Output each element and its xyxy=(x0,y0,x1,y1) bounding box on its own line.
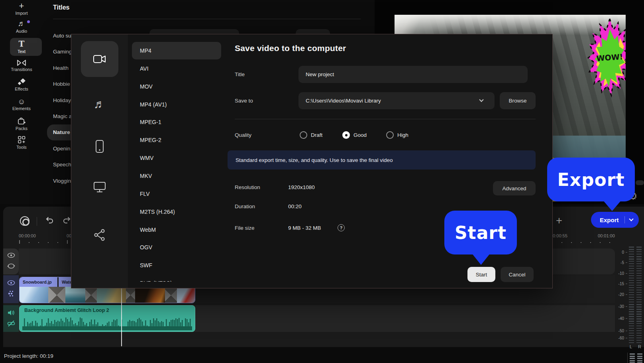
packs-bag-icon xyxy=(0,117,43,125)
format-option[interactable]: SWF xyxy=(132,256,221,274)
tv-icon[interactable] xyxy=(93,182,106,193)
divider xyxy=(627,353,628,363)
format-option[interactable]: DVD (NTSC) xyxy=(132,274,221,282)
record-icon[interactable] xyxy=(20,216,29,226)
notification-dot xyxy=(27,20,30,23)
tools-sidebar: + Import ♬ Audio T Text Transitions Effe… xyxy=(0,0,43,204)
format-option[interactable]: MPEG-1 xyxy=(132,113,221,131)
transition-icon[interactable] xyxy=(85,287,97,303)
text-icon: T xyxy=(0,40,43,48)
titles-category-nature[interactable]: Nature xyxy=(47,124,71,140)
panel-title: Titles xyxy=(53,4,70,11)
eye-icon[interactable] xyxy=(7,253,15,258)
project-length-status: Project length: 00:19 xyxy=(4,353,53,359)
app-window: WOW! ⚙ + Import ♬ Audio T Text Transitio xyxy=(0,0,644,363)
add-track-plus-icon[interactable]: + xyxy=(556,215,562,227)
export-target-rail: ♬ xyxy=(71,34,128,288)
sidebar-item-transitions[interactable]: Transitions xyxy=(0,59,43,72)
help-icon[interactable]: ? xyxy=(338,224,345,231)
resolution-value: 1920x1080 xyxy=(288,184,315,190)
format-option[interactable]: M2TS (H.264) xyxy=(132,203,221,221)
advanced-button[interactable]: Advanced xyxy=(493,181,536,195)
quality-label: Quality xyxy=(235,132,251,138)
meter-scale-label: -30 xyxy=(612,304,624,309)
sidebar-item-elements[interactable]: ☺ Elements xyxy=(0,98,43,111)
sidebar-item-packs[interactable]: Packs xyxy=(0,117,43,131)
titles-category-auto-su[interactable]: Auto su xyxy=(47,28,71,44)
cancel-button[interactable]: Cancel xyxy=(501,267,534,282)
sidebar-item-text[interactable]: T Text xyxy=(0,40,43,54)
ruler-timestamp: 00:00:55 xyxy=(550,233,567,238)
titles-category-openin[interactable]: Openin xyxy=(47,141,71,157)
format-option[interactable]: MKV xyxy=(132,167,221,185)
transition-icon[interactable] xyxy=(126,287,135,303)
eye-icon[interactable] xyxy=(7,280,15,286)
meter-scale-label: 0 xyxy=(612,250,624,254)
radio-draft[interactable] xyxy=(300,131,307,139)
unlink-icon[interactable] xyxy=(7,320,15,327)
radio-good[interactable] xyxy=(342,131,350,139)
format-option[interactable]: AVI xyxy=(132,60,221,77)
start-button[interactable]: Start xyxy=(467,267,495,282)
music-note-icon: ♬ xyxy=(0,19,43,28)
titles-category-vloggin[interactable]: Vloggin xyxy=(47,173,71,189)
track-header-audio xyxy=(3,305,19,332)
export-callout-bubble: Export xyxy=(547,158,635,201)
radio-high[interactable] xyxy=(386,131,394,139)
titles-category-list: Auto suGamingHealthHobbieHolidayMagic aN… xyxy=(47,28,71,191)
meter-left-column xyxy=(629,247,634,343)
duration-value: 00:20 xyxy=(288,203,302,209)
browse-button[interactable]: Browse xyxy=(500,92,536,109)
track-header-video xyxy=(3,275,19,303)
title-input[interactable]: New project xyxy=(298,66,528,83)
track-header-linked xyxy=(3,249,19,274)
clip-effects-icon[interactable] xyxy=(7,290,15,297)
titles-category-gaming[interactable]: Gaming xyxy=(47,44,71,60)
undo-icon[interactable] xyxy=(44,216,54,225)
format-option[interactable]: MOV xyxy=(132,78,221,95)
phone-icon[interactable] xyxy=(95,140,104,153)
share-icon[interactable] xyxy=(94,229,106,241)
titles-category-hobbie[interactable]: Hobbie xyxy=(47,76,71,92)
effects-icon xyxy=(0,79,43,86)
chevron-down-icon[interactable] xyxy=(629,217,633,221)
sidebar-item-tools[interactable]: Tools xyxy=(0,136,43,150)
meter-channel-label: L xyxy=(630,344,632,349)
dialog-title: Save video to the computer xyxy=(235,43,346,53)
search-input[interactable] xyxy=(149,29,239,34)
transition-icon[interactable] xyxy=(48,287,65,303)
sidebar-item-audio[interactable]: ♬ Audio xyxy=(0,19,43,34)
meter-led-block xyxy=(630,353,635,363)
format-option[interactable]: MPEG-2 xyxy=(132,131,221,149)
audio-clip[interactable]: Background Ambiemt Glitch Loop 2 xyxy=(19,305,195,332)
video-camera-icon[interactable] xyxy=(93,54,106,64)
sync-loop-icon[interactable] xyxy=(7,263,15,269)
format-option[interactable]: OGV xyxy=(132,239,221,256)
format-option[interactable]: WebM xyxy=(132,221,221,239)
filter-button[interactable] xyxy=(296,29,330,34)
format-option[interactable]: MP4 (AV1) xyxy=(132,96,221,113)
ruler-timestamp: 00:00:00 xyxy=(19,233,36,238)
format-list: MP4AVIMOVMP4 (AV1)MPEG-1MPEG-2WMVMKVFLVM… xyxy=(131,34,225,282)
titles-category-speech[interactable]: Speech xyxy=(47,157,71,173)
titles-category-holiday[interactable]: Holiday xyxy=(47,93,71,109)
ruler-timestamp: 00:01:00 xyxy=(598,233,617,238)
titles-category-health[interactable]: Health xyxy=(47,60,71,76)
sidebar-item-effects[interactable]: Effects xyxy=(0,79,43,91)
resolution-label: Resolution xyxy=(235,184,260,190)
export-button[interactable]: Export xyxy=(591,212,639,228)
save-to-select[interactable]: C:\Users\Videos\Movavi Library xyxy=(298,92,495,109)
format-option[interactable]: WMV xyxy=(132,149,221,167)
save-to-field-label: Save to xyxy=(235,98,253,104)
wow-flame-sticker[interactable]: WOW! xyxy=(587,18,626,104)
video-clip-label[interactable]: Snowboard.jp xyxy=(20,277,57,287)
transition-icon[interactable] xyxy=(165,287,177,303)
speaker-icon[interactable] xyxy=(7,310,15,316)
format-option[interactable]: MP4 xyxy=(132,42,221,59)
meter-scale-label: -15 xyxy=(612,282,624,286)
titles-category-magic-a[interactable]: Magic a xyxy=(47,109,71,124)
music-note-icon[interactable]: ♬ xyxy=(94,97,106,111)
format-option[interactable]: FLV xyxy=(132,185,221,203)
sidebar-item-import[interactable]: + Import xyxy=(0,2,43,16)
preview-scrollbar[interactable] xyxy=(636,180,644,185)
